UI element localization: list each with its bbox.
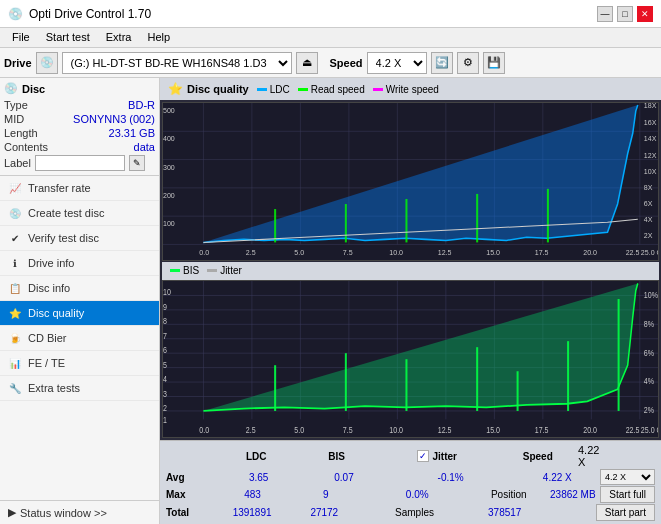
disc-quality-icon: ⭐ [8, 306, 22, 320]
type-value: BD-R [128, 99, 155, 111]
mid-value: SONYNN3 (002) [73, 113, 155, 125]
speed-select[interactable]: 4.2 X [367, 52, 427, 74]
svg-text:22.5: 22.5 [626, 249, 640, 256]
nav-disc-info[interactable]: 📋 Disc info [0, 276, 159, 301]
label-edit-button[interactable]: ✎ [129, 155, 145, 171]
svg-text:17.5: 17.5 [535, 425, 549, 435]
bis-color-dot [170, 269, 180, 272]
svg-text:8%: 8% [644, 319, 654, 329]
contents-value: data [134, 141, 155, 153]
eject-button[interactable]: ⏏ [296, 52, 318, 74]
total-row: Total 1391891 27172 Samples 378517 Start… [166, 504, 655, 521]
length-value: 23.31 GB [109, 127, 155, 139]
svg-text:4%: 4% [644, 376, 654, 386]
max-row: Max 483 9 0.0% Position 23862 MB Start f… [166, 486, 655, 503]
nav-verify-test-disc[interactable]: ✔ Verify test disc [0, 226, 159, 251]
main-layout: 💿 Disc Type BD-R MID SONYNN3 (002) Lengt… [0, 78, 661, 524]
samples-value: 378517 [469, 507, 541, 518]
svg-rect-19 [476, 194, 478, 242]
avg-label: Avg [166, 472, 216, 483]
max-bis: 9 [289, 489, 362, 500]
jitter-label: Jitter [220, 265, 242, 276]
svg-text:10X: 10X [644, 168, 657, 175]
avg-bis: 0.07 [301, 472, 386, 483]
jitter-header-group: ✓ Jitter [377, 450, 498, 462]
svg-text:4: 4 [163, 374, 168, 384]
length-label: Length [4, 127, 38, 139]
svg-text:17.5: 17.5 [535, 249, 549, 256]
svg-text:16X: 16X [644, 119, 657, 126]
nav-create-test-disc[interactable]: 💿 Create test disc [0, 201, 159, 226]
status-window-button[interactable]: ▶ Status window >> [0, 500, 159, 524]
legend-top: LDC Read speed Write speed [257, 84, 439, 95]
svg-rect-70 [517, 371, 519, 411]
nav-fe-te[interactable]: 📊 FE / TE [0, 351, 159, 376]
bis-jitter-legend: BIS Jitter [162, 262, 659, 280]
content-area: ⭐ Disc quality LDC Read speed Write spee… [160, 78, 661, 524]
start-full-button[interactable]: Start full [600, 486, 655, 503]
nav-disc-quality[interactable]: ⭐ Disc quality [0, 301, 159, 326]
nav-cd-bier-label: CD Bier [28, 332, 67, 344]
speed-icon-1[interactable]: 🔄 [431, 52, 453, 74]
write-color-dot [373, 88, 383, 91]
svg-text:14X: 14X [644, 135, 657, 142]
svg-rect-72 [618, 299, 620, 411]
transfer-rate-icon: 📈 [8, 181, 22, 195]
jitter-checkbox[interactable]: ✓ [417, 450, 429, 462]
speed-select-stat[interactable]: 4.2 X [600, 469, 655, 485]
svg-text:5.0: 5.0 [294, 249, 304, 256]
svg-text:20.0: 20.0 [583, 249, 597, 256]
fe-te-icon: 📊 [8, 356, 22, 370]
nav-transfer-rate[interactable]: 📈 Transfer rate [0, 176, 159, 201]
nav-extra-tests[interactable]: 🔧 Extra tests [0, 376, 159, 401]
menu-extra[interactable]: Extra [98, 30, 140, 45]
svg-text:12.5: 12.5 [438, 425, 452, 435]
legend-bis: BIS [170, 265, 199, 276]
svg-rect-69 [476, 347, 478, 411]
start-part-button[interactable]: Start part [596, 504, 655, 521]
menu-start-test[interactable]: Start test [38, 30, 98, 45]
nav-cd-bier[interactable]: 🍺 CD Bier [0, 326, 159, 351]
svg-rect-71 [567, 341, 569, 411]
status-window-label: Status window >> [20, 507, 107, 519]
legend-write: Write speed [373, 84, 439, 95]
svg-text:8: 8 [163, 316, 167, 326]
svg-text:200: 200 [163, 192, 175, 199]
jitter-color-dot [207, 269, 217, 272]
bis-chart-svg: 10% 8% 6% 4% 2% 10 9 8 7 6 5 4 3 2 1 [163, 281, 658, 437]
position-value: 23862 MB [545, 489, 600, 500]
disc-quality-title: Disc quality [187, 83, 249, 95]
svg-text:2%: 2% [644, 405, 654, 415]
legend-read: Read speed [298, 84, 365, 95]
label-input[interactable] [35, 155, 125, 171]
close-button[interactable]: ✕ [637, 6, 653, 22]
disc-panel: 💿 Disc Type BD-R MID SONYNN3 (002) Lengt… [0, 78, 159, 176]
svg-rect-68 [405, 359, 407, 411]
svg-text:15.0: 15.0 [486, 425, 500, 435]
speed-icon-2[interactable]: ⚙ [457, 52, 479, 74]
total-label: Total [166, 507, 216, 518]
svg-text:500: 500 [163, 107, 175, 114]
disc-title-label: Disc [22, 83, 45, 95]
svg-text:3: 3 [163, 389, 167, 399]
speed-icon-3[interactable]: 💾 [483, 52, 505, 74]
ldc-chart-container: 18X 16X 14X 12X 10X 8X 6X 4X 2X 500 400 … [162, 102, 659, 261]
svg-text:22.5: 22.5 [626, 425, 640, 435]
nav-drive-info[interactable]: ℹ Drive info [0, 251, 159, 276]
svg-rect-67 [345, 353, 347, 411]
menu-bar: File Start test Extra Help [0, 28, 661, 48]
svg-rect-17 [345, 204, 347, 242]
menu-help[interactable]: Help [139, 30, 178, 45]
svg-text:10%: 10% [644, 290, 658, 300]
menu-file[interactable]: File [4, 30, 38, 45]
position-label: Position [472, 489, 545, 500]
nav-create-test-disc-label: Create test disc [28, 207, 104, 219]
nav-items: 📈 Transfer rate 💿 Create test disc ✔ Ver… [0, 176, 159, 500]
svg-text:2: 2 [163, 403, 167, 413]
charts-stats-area: 18X 16X 14X 12X 10X 8X 6X 4X 2X 500 400 … [160, 100, 661, 524]
svg-text:1: 1 [163, 415, 167, 425]
minimize-button[interactable]: — [597, 6, 613, 22]
mid-label: MID [4, 113, 24, 125]
drive-select[interactable]: (G:) HL-DT-ST BD-RE WH16NS48 1.D3 [62, 52, 292, 74]
maximize-button[interactable]: □ [617, 6, 633, 22]
